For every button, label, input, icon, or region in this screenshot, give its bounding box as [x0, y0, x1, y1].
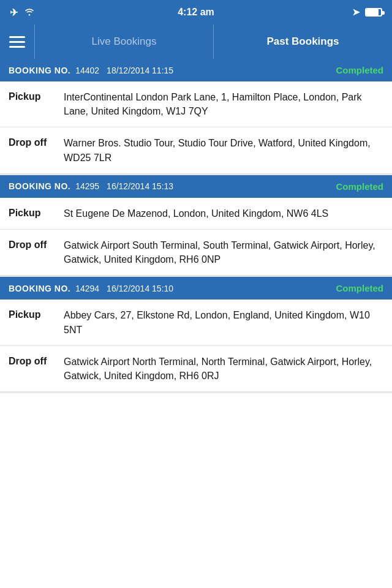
- booking-3-label: BOOKING NO.: [9, 284, 70, 293]
- hamburger-menu-button[interactable]: [0, 36, 34, 48]
- wifi-icon: [24, 7, 35, 18]
- status-bar-right: ➤: [352, 7, 382, 18]
- tab-live-bookings[interactable]: Live Bookings: [35, 24, 213, 59]
- booking-2-date: 16/12/2014 15:13: [107, 181, 173, 191]
- nav-bar: Live Bookings Past Bookings: [0, 24, 392, 59]
- booking-3: BOOKING NO. 14294 16/12/2014 15:10 Compl…: [0, 277, 392, 393]
- battery-icon: [365, 8, 382, 17]
- booking-1-date: 18/12/2014 11:15: [107, 66, 173, 75]
- booking-1-status: Completed: [336, 65, 383, 75]
- booking-3-dropoff-label: Drop off: [9, 355, 64, 367]
- booking-1-pickup-row: Pickup InterContinental London Park Lane…: [0, 81, 392, 127]
- status-bar-left: ✈: [10, 7, 35, 18]
- booking-3-date: 16/12/2014 15:10: [107, 284, 173, 293]
- booking-1: BOOKING NO. 14402 18/12/2014 11:15 Compl…: [0, 59, 392, 175]
- booking-1-label: BOOKING NO.: [9, 66, 70, 75]
- booking-3-dropoff-address: Gatwick Airport North Terminal, North Te…: [64, 355, 383, 383]
- booking-1-dropoff-row: Drop off Warner Bros. Studio Tour, Studi…: [0, 127, 392, 173]
- airplane-icon: ✈: [10, 7, 18, 18]
- booking-2-label: BOOKING NO.: [9, 181, 70, 191]
- booking-2-dropoff-label: Drop off: [9, 238, 64, 251]
- hamburger-line-2: [9, 41, 25, 43]
- booking-2-status: Completed: [336, 181, 383, 192]
- booking-1-dropoff-label: Drop off: [9, 136, 64, 148]
- booking-3-status: Completed: [336, 283, 383, 293]
- booking-2: BOOKING NO. 14295 16/12/2014 15:13 Compl…: [0, 175, 392, 277]
- booking-1-header: BOOKING NO. 14402 18/12/2014 11:15 Compl…: [0, 59, 392, 81]
- hamburger-line-3: [9, 46, 25, 48]
- status-bar: ✈ 4:12 am ➤: [0, 0, 392, 24]
- booking-2-pickup-row: Pickup St Eugene De Mazenod, London, Uni…: [0, 198, 392, 230]
- booking-3-dropoff-row: Drop off Gatwick Airport North Terminal,…: [0, 346, 392, 392]
- booking-3-pickup-row: Pickup Abbey Cars, 27, Elkstone Rd, Lond…: [0, 300, 392, 345]
- booking-1-dropoff-address: Warner Bros. Studio Tour, Studio Tour Dr…: [64, 136, 383, 164]
- booking-3-pickup-address: Abbey Cars, 27, Elkstone Rd, London, Eng…: [64, 308, 383, 336]
- booking-2-dropoff-row: Drop off Gatwick Airport South Terminal,…: [0, 230, 392, 276]
- booking-1-pickup-address: InterContinental London Park Lane, 1, Ha…: [64, 90, 383, 118]
- hamburger-line-1: [9, 36, 25, 38]
- nav-tabs: Live Bookings Past Bookings: [34, 24, 392, 59]
- tab-past-bookings[interactable]: Past Bookings: [214, 24, 392, 59]
- booking-3-pickup-label: Pickup: [9, 308, 64, 320]
- booking-2-pickup-address: St Eugene De Mazenod, London, United Kin…: [64, 206, 383, 221]
- booking-1-number: 14402: [75, 66, 99, 75]
- booking-3-header: BOOKING NO. 14294 16/12/2014 15:10 Compl…: [0, 277, 392, 300]
- status-bar-time: 4:12 am: [178, 7, 214, 18]
- booking-2-pickup-label: Pickup: [9, 206, 64, 219]
- booking-1-pickup-label: Pickup: [9, 90, 64, 102]
- booking-2-number: 14295: [75, 181, 99, 191]
- booking-2-header: BOOKING NO. 14295 16/12/2014 15:13 Compl…: [0, 175, 392, 198]
- location-arrow-icon: ➤: [352, 7, 360, 18]
- booking-2-dropoff-address: Gatwick Airport South Terminal, South Te…: [64, 238, 383, 266]
- booking-3-number: 14294: [75, 284, 99, 293]
